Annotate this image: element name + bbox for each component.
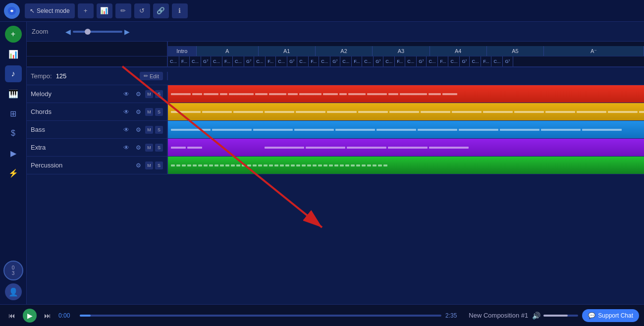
sidebar-item-chart[interactable]: 📊	[5, 46, 22, 62]
extra-track-name: Extra	[31, 144, 118, 151]
perc-mark-38	[373, 164, 376, 166]
support-chat-button[interactable]: 💬 Support Chat	[582, 309, 639, 322]
forward-button[interactable]: ⏭	[41, 309, 54, 323]
perc-mark-17	[258, 164, 262, 166]
bass-eye-button[interactable]: 👁	[121, 125, 131, 135]
logo-button[interactable]	[4, 3, 20, 19]
percussion-gear-button[interactable]: ⚙	[133, 161, 143, 170]
chords-mini-marks	[168, 103, 644, 120]
section-a: A	[197, 46, 259, 56]
chord-c6: C...	[276, 56, 287, 66]
pencil-button[interactable]: ✏	[115, 3, 131, 18]
main-area: + 📊 ♪ 🎹 ⊞ $ ▶ ⚡ 0 3 👤	[0, 22, 644, 304]
chords-eye-button[interactable]: 👁	[121, 107, 131, 117]
melody-s-button[interactable]: S	[155, 90, 163, 98]
tempo-edit-button[interactable]: ✏ Edit	[140, 72, 163, 80]
user-avatar[interactable]: 👤	[5, 283, 22, 300]
support-chat-label: Support Chat	[598, 312, 633, 319]
chords-mark-16	[639, 111, 644, 113]
chords-gear-button[interactable]: ⚙	[133, 107, 143, 117]
section-intro-label: Intro	[176, 48, 187, 54]
extra-gear-button[interactable]: ⚙	[133, 143, 143, 153]
link-button[interactable]: 🔗	[153, 3, 169, 18]
bass-mark-11	[582, 129, 622, 131]
sidebar-item-piano[interactable]: 🎹	[5, 85, 22, 102]
sidebar-item-music[interactable]: ♪	[5, 65, 22, 82]
chord-f5: F...	[352, 56, 362, 66]
table-row: Extra 👁 ⚙ M S	[27, 139, 644, 157]
perc-mark-32	[340, 164, 344, 166]
extra-s-button[interactable]: S	[155, 144, 163, 152]
perc-mark-27	[313, 164, 317, 166]
section-a5-label: A5	[512, 48, 518, 54]
chords-pattern[interactable]	[168, 103, 644, 120]
bass-m-button[interactable]: M	[145, 126, 153, 134]
chord-c3: C...	[211, 56, 222, 66]
melody-controls: 👁 ⚙ M S	[121, 89, 163, 99]
zoom-right-arrow[interactable]: ▶	[124, 28, 130, 36]
arrow-button[interactable]: ↺	[134, 3, 150, 18]
extra-m-button[interactable]: M	[145, 144, 153, 152]
melody-pattern[interactable]	[168, 85, 644, 103]
perc-mark-33	[345, 164, 349, 166]
sidebar-item-add[interactable]: +	[5, 26, 22, 43]
bass-pattern[interactable]	[168, 121, 644, 138]
percussion-pattern[interactable]	[168, 157, 644, 174]
sidebar-item-puzzle[interactable]: ⊞	[5, 105, 22, 122]
bass-label-area: Bass 👁 ⚙ M S	[27, 121, 168, 138]
tracks-panel: Zoom ◀ ▶ 3 11 19 27 35 43	[27, 22, 644, 304]
rewind-icon: ⏮	[8, 312, 15, 320]
melody-mark-17	[442, 93, 457, 95]
pencil-icon: ✏	[120, 7, 126, 14]
perc-mark-13	[236, 164, 240, 166]
chord-left-spacer	[27, 56, 168, 66]
chart-button[interactable]: 📊	[97, 3, 112, 18]
sidebar-item-dollar[interactable]: $	[5, 125, 22, 142]
melody-eye-button[interactable]: 👁	[121, 89, 131, 99]
chords-mark-15	[608, 111, 638, 113]
left-sidebar: + 📊 ♪ 🎹 ⊞ $ ▶ ⚡ 0 3 👤	[0, 22, 27, 304]
volume-icon: 🔊	[532, 312, 540, 320]
bass-mark-10	[541, 129, 581, 131]
table-row: Bass 👁 ⚙ M S	[27, 121, 644, 139]
melody-mark-2	[192, 93, 202, 95]
volume-fill	[543, 315, 568, 317]
zoom-left-arrow[interactable]: ◀	[65, 28, 71, 36]
chords-m-button[interactable]: M	[145, 108, 153, 116]
counter-badge[interactable]: 0 3	[3, 261, 23, 280]
play-icon: ▶	[27, 312, 33, 320]
chords-mark-2	[202, 111, 232, 113]
melody-m-button[interactable]: M	[145, 90, 153, 98]
percussion-m-button[interactable]: M	[145, 162, 153, 169]
sidebar-item-play[interactable]: ▶	[5, 145, 22, 162]
percussion-s-button[interactable]: S	[155, 162, 163, 169]
puzzle-icon: ⊞	[10, 109, 16, 118]
play-button[interactable]: ▶	[23, 309, 37, 323]
bass-mark-9	[500, 129, 539, 131]
chord-f3: F...	[266, 56, 276, 66]
extra-eye-button[interactable]: 👁	[121, 143, 131, 153]
volume-slider[interactable]	[543, 315, 578, 317]
tempo-label-area: Tempo: 125 ✏ Edit	[27, 72, 168, 80]
chord-g7-4: G⁷	[330, 56, 340, 66]
tempo-value: 125	[56, 72, 67, 80]
melody-mark-9	[299, 93, 322, 95]
perc-mark-35	[356, 164, 360, 166]
progress-bar[interactable]	[80, 315, 441, 317]
select-mode-button[interactable]: ↖ Select mode	[25, 3, 75, 18]
bass-gear-button[interactable]: ⚙	[133, 125, 143, 135]
chords-s-button[interactable]: S	[155, 108, 163, 116]
extra-pattern[interactable]	[168, 139, 644, 156]
sidebar-item-lightning[interactable]: ⚡	[5, 164, 22, 181]
table-row: Melody 👁 ⚙ M S	[27, 85, 644, 103]
rewind-button[interactable]: ⏮	[5, 309, 19, 323]
melody-gear-button[interactable]: ⚙	[133, 89, 143, 99]
melody-mark-1	[171, 93, 191, 95]
add-button[interactable]: +	[78, 3, 94, 18]
chords-mark-9	[421, 111, 450, 113]
perc-mark-20	[274, 164, 278, 166]
zoom-slider[interactable]	[73, 31, 122, 33]
bass-s-button[interactable]: S	[155, 126, 163, 134]
info-button[interactable]: ℹ	[172, 3, 188, 18]
melody-mark-13	[367, 93, 387, 95]
